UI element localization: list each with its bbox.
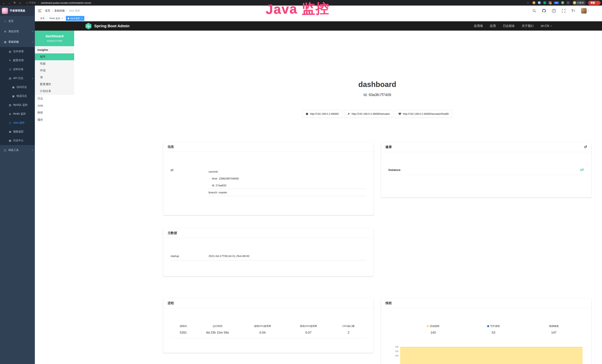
sba-item-environment[interactable]: 环境 [35,67,74,74]
sidebar-item-label: 链路追踪 [13,130,23,133]
process-pid-value: 5261 [171,331,196,334]
extension-grid-icon[interactable] [548,1,552,4]
extension-leaf-icon[interactable] [561,1,564,4]
url-text[interactable]: dashboard.yudao.iocoder.cn/infra/admin-s… [41,1,91,4]
health-card-title: 健康 [386,145,392,149]
sidebar-item-label: 配置管理 [13,59,23,62]
help-icon[interactable]: ? [552,9,556,13]
bookmark-star-icon[interactable]: ☆ [527,1,529,4]
fullscreen-icon[interactable] [562,9,565,12]
tab-java-monitor[interactable]: Java 监控 × [66,16,84,21]
sba-nav-wallboard[interactable]: 应用墙 [474,24,483,28]
actuator-url-button[interactable]: http://192.168.0.2:48080/actuator [344,110,393,118]
sidebar-item-java-monitor[interactable]: ▢ Java 监控 [0,118,35,127]
sidebar-item-error-log[interactable]: ▣ 错误日志 [0,92,35,100]
sba-nav-journal[interactable]: 日志报表 [503,24,515,28]
sba-item-logs[interactable]: 日志 [35,95,74,102]
service-url-button[interactable]: http://192.168.0.2:48080/ [302,110,342,118]
app-main: 首页 / 基础设施 / Java 监控 ? [35,6,602,364]
sidebar-item-infrastructure[interactable]: ▦ 基础设施 ▴ [0,37,35,47]
extension-puzzle-icon[interactable] [567,1,570,4]
sidebar-item-home[interactable]: ⌂ 首页 [0,16,35,26]
threads-live-area [400,347,582,364]
extension-on-icon[interactable]: on [554,1,559,4]
threads-chart: 140 120 100 [388,344,584,364]
sidebar-item-label: 基础设施 [8,40,19,43]
health-card-header: 健康 ↺ [381,142,591,152]
breadcrumb-item-home[interactable]: 首页 [45,9,50,12]
sba-item-classes[interactable]: 类 [35,74,74,81]
sba-item-details[interactable]: 细节 [35,54,74,60]
sba-brand[interactable]: Spring Boot Admin [85,23,129,30]
info-card: 信息 git commit: time: 1596289704000 [163,142,374,215]
back-icon[interactable]: ← [1,0,6,5]
breadcrumb-item-infrastructure[interactable]: 基础设施 [54,9,65,12]
sidebar-item-system[interactable]: ⚙ 系统管理 ▾ [0,26,35,37]
toolbox-icon: ◰ [4,149,7,152]
sba-instance-header[interactable]: dashboard 93a3fc7f7409 [35,31,74,46]
update-label: 更新 [591,1,595,4]
close-icon[interactable]: × [81,17,83,20]
status-badge: UP [580,168,584,172]
y-tick: 140 [388,344,398,349]
sidebar-item-redis-monitor[interactable]: ◈ Redis 监控 [0,109,35,118]
legend-square-live [427,325,429,327]
sidebar-item-scheduled-job[interactable]: ◷ 定时任务 [0,65,35,74]
sidebar-item-file-manage[interactable]: ▤ 文件管理 [0,47,35,56]
security-warning[interactable]: ⚠ 不安全 [26,1,36,4]
close-icon[interactable]: × [61,17,63,20]
gear-icon: ⚙ [4,30,7,33]
home-icon: ⌂ [4,20,7,23]
sba-item-performance[interactable]: 性能 [35,60,74,67]
process-col-cores: CPU核心数 [331,324,366,328]
profile-paused-badge[interactable]: 已暂停 [572,0,586,5]
search-icon[interactable] [532,9,536,13]
sidebar-item-devtools[interactable]: ◰ 研发工具 ▾ [0,145,35,155]
git-commit-line: commit: [209,168,366,175]
sba-item-config-props[interactable]: 配置属性 [35,81,74,88]
sba-main: dashboard Id: 93a3fc7f7409 http://192.16… [74,31,602,364]
sba-item-caches[interactable]: 缓存 [35,116,74,124]
sidebar-item-label: 系统管理 [8,30,19,33]
metadata-key: startup [171,254,209,257]
browser-home-icon[interactable]: ⌂ [18,0,22,5]
sidebar-item-trace[interactable]: ◉ 链路追踪 [0,127,35,136]
sidebar-item-api-log[interactable]: ▤ API 日志 ▴ [0,74,35,83]
font-size-icon[interactable]: T T [571,9,575,12]
app-brand: 芋道管理系统 [0,6,35,16]
sba-item-scheduled-tasks[interactable]: 计划任务 [35,88,74,95]
sidebar-item-mysql-monitor[interactable]: ▥ MySQL 监控 [0,100,35,109]
browser-menu-icon[interactable]: ⋮ [597,1,599,4]
tab-home[interactable]: 首页 [38,16,46,21]
sidebar-item-access-log[interactable]: ▣ 访问日志 [0,83,35,92]
edit-icon: ✎ [9,59,11,62]
extension-green-icon[interactable] [543,1,546,4]
locale-select[interactable]: zh-CN ▾ [541,24,552,28]
sba-nav-about[interactable]: 关于我们 [522,24,534,28]
health-instance-row[interactable]: Instance UP [388,168,584,175]
sba-item-mappings[interactable]: 映射 [35,109,74,116]
metadata-card-body: startup 2021-04-27T00:44:31.254+08:00 [163,238,374,265]
extension-fox-icon[interactable] [532,1,536,4]
sidebar-item-log-center[interactable]: ▦ 日志中心 [0,136,35,145]
health-url-button[interactable]: http://192.168.0.2:48080/actuator/health [395,110,452,118]
app-logo [2,8,8,14]
process-values: 5261 6d 23h 15m 59s 0.04 0.07 2 [171,331,366,338]
tab-redis-monitor[interactable]: Redis 监控 × [48,16,65,21]
process-proc-cpu-value: 0.04 [239,331,286,334]
sidebar-item-config-manage[interactable]: ✎ 配置管理 [0,56,35,65]
refresh-history-icon[interactable]: ↺ [584,145,587,149]
browser-update-button[interactable]: 更新 ⋮ [588,1,601,5]
sidebar-item-label: Redis 监控 [13,112,26,116]
github-icon[interactable] [542,9,546,13]
extension-drop-icon[interactable] [538,1,541,4]
sba-nav-applications[interactable]: 应用 [490,24,496,28]
reload-icon[interactable]: ↻ [12,0,17,5]
sba-instance-id: 93a3fc7f7409 [36,40,73,42]
threads-chart-plot [400,344,584,364]
collapse-menu-icon[interactable] [38,10,42,12]
sba-item-jvm[interactable]: JVM [35,102,74,109]
user-avatar[interactable] [581,8,587,13]
threads-card-title: 线程 [386,301,392,305]
forward-icon[interactable]: → [7,0,12,5]
